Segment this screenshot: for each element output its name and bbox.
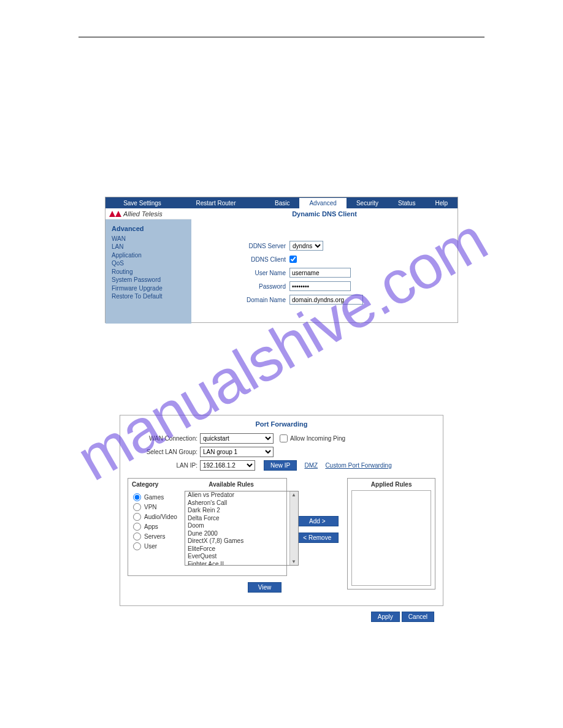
- applied-rules-panel: Applied Rules: [347, 478, 435, 590]
- category-audio-video-radio[interactable]: [133, 513, 141, 521]
- ddns-server-label: DDNS Server: [191, 243, 289, 249]
- category-games[interactable]: Games: [133, 492, 177, 502]
- sidebar-item-wan[interactable]: WAN: [112, 235, 185, 243]
- lan-ip-select[interactable]: 192.168.1.2: [200, 460, 255, 471]
- custom-port-forwarding-link[interactable]: Custom Port Forwarding: [325, 462, 391, 469]
- rule-item[interactable]: Asheron's Call: [185, 499, 298, 507]
- new-ip-button[interactable]: New IP: [264, 460, 297, 471]
- ddns-client-label: DDNS Client: [191, 256, 289, 263]
- category-apps[interactable]: Apps: [133, 521, 177, 531]
- category-apps-radio[interactable]: [133, 523, 141, 531]
- tab-status[interactable]: Status: [388, 198, 425, 208]
- category-audio-video[interactable]: Audio/Video: [133, 512, 177, 521]
- rule-item[interactable]: Dark Rein 2: [185, 507, 298, 515]
- category-servers-radio[interactable]: [133, 533, 141, 540]
- rule-item[interactable]: Dune 2000: [185, 530, 298, 538]
- apply-button[interactable]: Apply: [371, 612, 400, 622]
- brand-logo: Allied Telesis: [105, 208, 191, 219]
- domain-input[interactable]: [289, 295, 363, 305]
- cancel-button[interactable]: Cancel: [402, 612, 434, 622]
- rule-item[interactable]: Alien vs Predator: [185, 491, 298, 499]
- ddns-form: DDNS Server dyndns DDNS Client User Name…: [191, 219, 458, 324]
- sidebar-item-system-password[interactable]: System Password: [112, 276, 185, 284]
- add-button[interactable]: Add >: [296, 516, 339, 526]
- tab-help[interactable]: Help: [425, 198, 458, 208]
- sidebar-item-restore-default[interactable]: Restore To Default: [112, 292, 185, 301]
- sidebar-item-firmware-upgrade[interactable]: Firmware Upgrade: [112, 284, 185, 293]
- applied-rules-header: Applied Rules: [348, 479, 435, 489]
- password-label: Password: [191, 283, 289, 290]
- allow-ping-label: Allow Incoming Ping: [290, 435, 345, 442]
- brand-row: Allied Telesis Dynamic DNS Client: [105, 208, 458, 219]
- ddns-client-checkbox[interactable]: [289, 256, 297, 263]
- top-menu-bar: Save Settings Restart Router Basic Advan…: [105, 197, 458, 208]
- figure-port-forwarding: Port Forwarding WAN Connection: quicksta…: [120, 415, 443, 606]
- tab-bar: Basic Advanced Security Status Help: [265, 198, 458, 208]
- transfer-buttons: Add > < Remove: [296, 516, 339, 590]
- dmz-link[interactable]: DMZ: [304, 462, 318, 469]
- username-label: User Name: [191, 270, 289, 276]
- tab-basic[interactable]: Basic: [265, 198, 299, 208]
- username-input[interactable]: [289, 268, 351, 278]
- rule-item[interactable]: EverQuest: [185, 553, 298, 561]
- category-vpn-radio[interactable]: [133, 503, 141, 511]
- figure-dynamic-dns: Save Settings Restart Router Basic Advan…: [105, 197, 458, 323]
- save-settings-link[interactable]: Save Settings: [105, 200, 179, 207]
- rules-panel: Category Available Rules Games VPN Audio…: [128, 478, 287, 576]
- category-list: Games VPN Audio/Video Apps Servers User: [133, 492, 177, 551]
- category-user-radio[interactable]: [133, 542, 141, 550]
- remove-button[interactable]: < Remove: [296, 533, 339, 543]
- category-header: Category: [132, 481, 180, 488]
- sidebar-item-application[interactable]: Application: [112, 251, 185, 260]
- lan-group-select[interactable]: LAN group 1: [200, 447, 274, 457]
- page-title: Dynamic DNS Client: [191, 208, 458, 219]
- wan-connection-select[interactable]: quickstart: [200, 433, 274, 444]
- rule-item[interactable]: Fighter Ace II: [185, 561, 298, 566]
- allow-ping-checkbox[interactable]: [280, 434, 288, 442]
- sidebar: Advanced WAN LAN Application QoS Routing…: [105, 219, 191, 324]
- rule-item[interactable]: EliteForce: [185, 545, 298, 553]
- brand-text: Allied Telesis: [123, 210, 163, 218]
- restart-router-link[interactable]: Restart Router: [179, 200, 253, 207]
- category-vpn[interactable]: VPN: [133, 502, 177, 512]
- scrollbar[interactable]: [289, 491, 298, 565]
- lan-ip-label: LAN IP:: [120, 462, 200, 469]
- category-servers[interactable]: Servers: [133, 531, 177, 541]
- rule-item[interactable]: Delta Force: [185, 515, 298, 523]
- available-rules-listbox[interactable]: Alien vs Predator Asheron's Call Dark Re…: [185, 491, 299, 566]
- lan-group-label: Select LAN Group:: [120, 449, 200, 455]
- tab-advanced[interactable]: Advanced: [299, 198, 346, 208]
- password-input[interactable]: [289, 281, 351, 291]
- rule-item[interactable]: Doom: [185, 522, 298, 530]
- sidebar-heading: Advanced: [112, 224, 185, 233]
- view-button[interactable]: View: [248, 582, 282, 593]
- domain-label: Domain Name: [191, 297, 289, 303]
- available-rules-header: Available Rules: [180, 481, 283, 488]
- sidebar-item-routing[interactable]: Routing: [112, 268, 185, 276]
- ddns-server-select[interactable]: dyndns: [289, 241, 323, 251]
- applied-rules-listbox[interactable]: [351, 490, 431, 586]
- rule-item[interactable]: DirectX (7,8) Games: [185, 537, 298, 545]
- pf-title: Port Forwarding: [120, 415, 443, 431]
- page-header-rule: [79, 37, 484, 37]
- tab-security[interactable]: Security: [347, 198, 388, 208]
- wan-connection-label: WAN Connection:: [120, 435, 200, 442]
- sidebar-item-lan[interactable]: LAN: [112, 243, 185, 251]
- category-games-radio[interactable]: [133, 493, 141, 501]
- sidebar-item-qos[interactable]: QoS: [112, 259, 185, 268]
- category-user[interactable]: User: [133, 541, 177, 551]
